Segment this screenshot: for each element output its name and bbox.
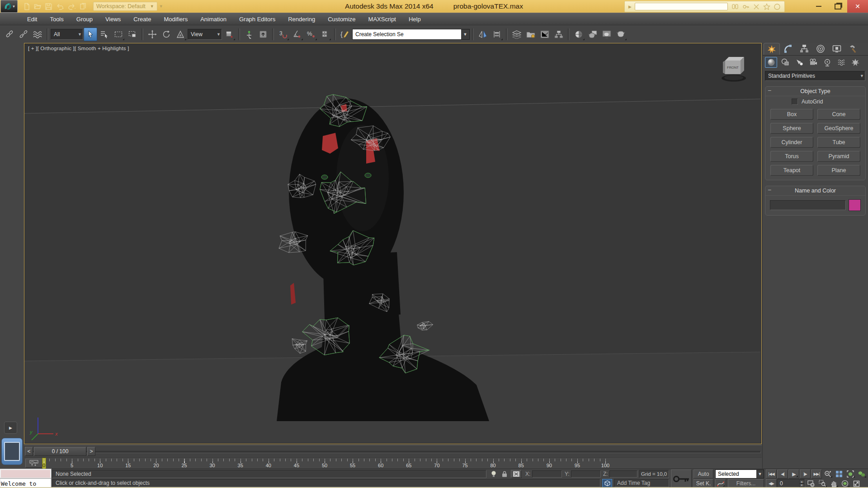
window-crossing-toggle-button[interactable] [126,28,139,41]
zoom-extents-button[interactable] [845,469,856,479]
object-name-field[interactable] [770,200,846,210]
maxscript-mini-listener-macro[interactable] [0,469,51,479]
viewport-layout-tab[interactable] [1,438,23,465]
autogrid-checkbox[interactable] [792,99,798,105]
name-and-color-header[interactable]: – Name and Color [765,186,865,196]
viewcube[interactable]: FRONT [722,57,746,82]
close-button[interactable]: ✕ [847,0,868,13]
rendered-frame-window-button[interactable] [600,28,613,41]
spinner-up-icon[interactable]: ▲ [799,480,804,483]
infocenter-search-input[interactable] [635,3,728,10]
tube-button[interactable]: Tube [817,137,860,148]
torus-button[interactable]: Torus [770,151,813,162]
manage-layers-button[interactable] [510,28,524,41]
menu-modifiers[interactable]: Modifiers [157,13,194,25]
go-to-end-button[interactable]: ▶▶| [811,469,822,479]
tab-hierarchy[interactable] [796,43,812,55]
category-helpers[interactable] [821,57,833,68]
undo-icon[interactable] [56,3,64,10]
use-pivot-center-button[interactable] [222,28,236,41]
menu-create[interactable]: Create [127,13,157,25]
category-geometry[interactable] [765,57,777,68]
material-editor-button[interactable] [572,28,585,41]
select-by-name-button[interactable] [98,28,111,41]
menu-group[interactable]: Group [70,13,99,25]
category-cameras[interactable] [807,57,819,68]
new-scene-icon[interactable] [23,3,31,10]
rectangular-selection-region-button[interactable] [112,28,125,41]
spinner-down-icon[interactable]: ▼ [799,483,804,487]
sphere-button[interactable]: Sphere [770,123,813,134]
minimize-button[interactable] [809,0,828,13]
time-slider[interactable]: < 0 / 100 > [24,445,762,457]
keyboard-shortcut-override-button[interactable] [256,28,270,41]
set-keys-button[interactable] [671,469,692,488]
select-and-rotate-button[interactable] [160,28,173,41]
adaptive-degradation-button[interactable] [489,470,498,478]
time-configuration-button[interactable] [806,479,816,488]
render-production-button[interactable] [614,28,627,41]
auto-key-button[interactable]: Auto [693,469,713,479]
next-frame-arrow[interactable]: > [87,447,95,456]
exchange-apps-icon[interactable] [753,3,760,10]
select-and-move-button[interactable] [146,28,159,41]
unlink-selection-button[interactable] [17,28,30,41]
application-menu-button[interactable]: ▼ [0,0,18,13]
render-setup-button[interactable] [586,28,599,41]
favorites-star-icon[interactable] [763,3,770,10]
key-filter-dropdown[interactable]: Selected ▼ [715,469,764,479]
tab-modify[interactable] [780,43,796,55]
percent-snap-button[interactable]: % [304,28,318,41]
menu-edit[interactable]: Edit [21,13,43,25]
play-button[interactable]: ▶ [788,469,799,479]
select-and-scale-button[interactable] [174,28,187,41]
plane-button[interactable]: Plane [817,165,860,176]
help-icon[interactable] [774,3,781,10]
viewport-orthographic[interactable]: FRONT x y [ + ][ Orthographic ][ Smooth … [24,43,762,444]
curve-editor-button[interactable] [538,28,552,41]
snap-toggle-3d-button[interactable]: 3 3 [276,28,290,41]
bind-to-space-warp-button[interactable] [31,28,44,41]
tab-create[interactable] [764,43,780,55]
menu-tools[interactable]: Tools [43,13,70,25]
select-object-button[interactable] [84,28,97,41]
open-mini-curve-editor-button[interactable] [25,459,42,468]
track-bar-ruler[interactable]: 0 5 10 15 20 25 30 35 40 45 50 55 60 65 … [44,458,609,469]
sign-in-key-icon[interactable] [742,3,750,10]
teapot-button[interactable]: Teapot [770,165,813,176]
z-coordinate-field[interactable] [609,470,637,478]
menu-graph-editors[interactable]: Graph Editors [233,13,282,25]
zoom-region-button[interactable] [817,479,828,488]
pyramid-button[interactable]: Pyramid [817,151,860,162]
maximize-viewport-toggle[interactable] [851,479,862,488]
x-coordinate-field[interactable] [532,470,562,478]
category-lights[interactable] [793,57,805,68]
object-type-header[interactable]: – Object Type [765,87,865,96]
menu-maxscript[interactable]: MAXScript [362,13,402,25]
collapse-icon[interactable]: – [768,87,771,94]
set-key-button[interactable]: Set K. [693,479,713,488]
zoom-extents-all-button[interactable] [856,469,867,479]
spinner-snap-button[interactable] [318,28,332,41]
primitive-category-dropdown[interactable]: Standard Primitives ▼ [765,71,865,81]
align-button[interactable] [490,28,504,41]
redo-icon[interactable] [67,3,76,10]
cone-button[interactable]: Cone [817,109,860,120]
next-frame-button[interactable]: |▶ [800,469,811,479]
absolute-offset-mode-toggle[interactable] [511,470,522,478]
previous-frame-button[interactable]: ◀| [777,469,788,479]
maxscript-mini-listener[interactable]: Welcome to [0,479,51,488]
viewport-label[interactable]: [ + ][ Orthographic ][ Smooth + Highligh… [28,46,129,51]
select-and-link-button[interactable] [3,28,16,41]
orbit-button[interactable] [840,479,850,488]
menu-help[interactable]: Help [402,13,427,25]
category-space-warps[interactable] [835,57,847,68]
angle-snap-button[interactable] [290,28,304,41]
geosphere-button[interactable]: GeoSphere [817,123,860,134]
menu-rendering[interactable]: Rendering [282,13,321,25]
default-tangent-button[interactable] [715,479,726,488]
edit-named-selection-sets-button[interactable]: { [338,28,352,41]
project-folder-icon[interactable] [79,3,87,10]
infocenter-expand-arrow[interactable]: ▶ [628,5,632,9]
frame-spinner[interactable]: ▲▼ [799,480,804,487]
